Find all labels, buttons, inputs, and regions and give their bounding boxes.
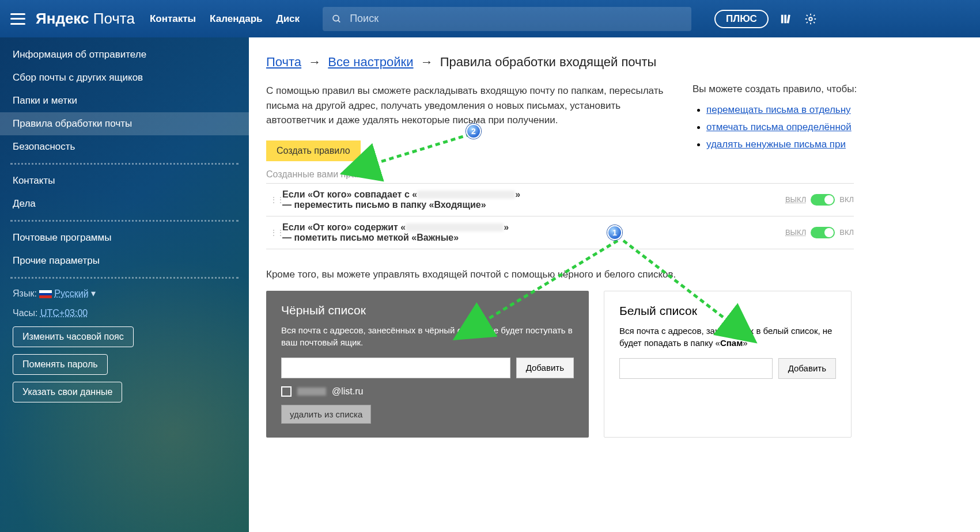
plus-button[interactable]: ПЛЮС bbox=[714, 10, 769, 28]
whitelist-desc: Вся почта с адресов, занесённых в белый … bbox=[619, 325, 836, 349]
sidebar-item-rules[interactable]: Правила обработки почты bbox=[0, 112, 249, 135]
logo[interactable]: Яндекс Почта bbox=[36, 10, 135, 28]
svg-point-5 bbox=[809, 17, 812, 21]
drag-handle-icon[interactable]: ⋮⋮ bbox=[270, 195, 283, 204]
flag-ru-icon bbox=[39, 290, 52, 298]
blacklist-add-button[interactable]: Добавить bbox=[516, 358, 574, 378]
top-nav: Контакты Календарь Диск bbox=[150, 13, 300, 25]
whitelist-input[interactable] bbox=[619, 358, 773, 379]
hamburger-menu-icon[interactable] bbox=[10, 13, 25, 25]
rules-intro-text: С помощью правил вы сможете раскладывать… bbox=[266, 83, 669, 128]
search-box[interactable] bbox=[323, 7, 691, 31]
settings-sidebar: Информация об отправителе Сбор почты с д… bbox=[0, 37, 249, 532]
change-timezone-button[interactable]: Изменить часовой пояс bbox=[13, 326, 134, 347]
blacklist-input[interactable] bbox=[281, 358, 510, 378]
sidebar-separator bbox=[10, 163, 239, 165]
search-input[interactable] bbox=[350, 13, 682, 25]
checkbox-icon[interactable] bbox=[281, 386, 292, 397]
drag-handle-icon[interactable]: ⋮⋮ bbox=[270, 228, 283, 237]
edit-profile-button[interactable]: Указать свои данные bbox=[13, 382, 122, 402]
blacklist-entry[interactable]: @list.ru bbox=[281, 386, 574, 397]
breadcrumb-settings[interactable]: Все настройки bbox=[328, 55, 413, 69]
rule-row[interactable]: ⋮⋮ Если «От кого» содержит «» — пометить… bbox=[266, 216, 854, 249]
svg-rect-4 bbox=[786, 14, 790, 23]
svg-point-0 bbox=[333, 15, 339, 21]
toggle-switch-icon[interactable] bbox=[811, 227, 835, 238]
annotation-badge-2: 2 bbox=[466, 124, 481, 139]
sidebar-item-sender-info[interactable]: Информация об отправителе bbox=[0, 43, 249, 66]
whitelist-add-button[interactable]: Добавить bbox=[778, 358, 836, 379]
whitelist-box: Белый список Вся почта с адресов, занесё… bbox=[604, 291, 852, 438]
lists-intro-text: Кроме того, вы можете управлять входящей… bbox=[266, 269, 980, 280]
breadcrumb-current: Правила обработки входящей почты bbox=[440, 55, 657, 69]
annotation-badge-1: 1 bbox=[607, 225, 622, 240]
sidebar-item-mail-clients[interactable]: Почтовые программы bbox=[0, 226, 249, 249]
change-password-button[interactable]: Поменять пароль bbox=[13, 354, 108, 375]
blurred-address bbox=[406, 223, 504, 231]
rule-toggle[interactable]: ВЫКЛ ВКЛ bbox=[785, 194, 854, 206]
rule-toggle[interactable]: ВЫКЛ ВКЛ bbox=[785, 227, 854, 238]
rules-list-label: Созданные вами правила bbox=[266, 169, 854, 180]
header: Яндекс Почта Контакты Календарь Диск ПЛЮ… bbox=[0, 0, 980, 37]
blurred-text bbox=[297, 387, 326, 396]
rule-row[interactable]: ⋮⋮ Если «От кого» совпадает с «» — перем… bbox=[266, 183, 854, 216]
collections-icon[interactable] bbox=[780, 13, 793, 25]
suggestion-links: перемещать письма в отдельну отмечать пи… bbox=[693, 104, 980, 150]
settings-gear-icon[interactable] bbox=[804, 13, 817, 25]
sidebar-item-security[interactable]: Безопасность bbox=[0, 135, 249, 158]
suggestion-link-move[interactable]: перемещать письма в отдельну bbox=[706, 104, 851, 115]
suggestion-link-delete[interactable]: удалять ненужные письма при bbox=[706, 139, 846, 150]
whitelist-title: Белый список bbox=[619, 304, 836, 318]
create-rule-button[interactable]: Создать правило bbox=[266, 140, 361, 161]
main-content: Почта → Все настройки → Правила обработк… bbox=[249, 37, 980, 532]
blacklist-title: Чёрный список bbox=[281, 303, 574, 317]
nav-contacts[interactable]: Контакты bbox=[150, 13, 196, 25]
blurred-address bbox=[417, 191, 515, 199]
sidebar-separator bbox=[10, 220, 239, 222]
sidebar-item-todo[interactable]: Дела bbox=[0, 192, 249, 215]
nav-disk[interactable]: Диск bbox=[277, 13, 300, 25]
sidebar-item-folders[interactable]: Папки и метки bbox=[0, 89, 249, 112]
blacklist-desc: Вся почта с адресов, занесённых в чёрный… bbox=[281, 324, 574, 348]
sidebar-item-contacts[interactable]: Контакты bbox=[0, 169, 249, 192]
svg-rect-3 bbox=[784, 14, 786, 23]
breadcrumb: Почта → Все настройки → Правила обработк… bbox=[266, 55, 980, 70]
timezone-row[interactable]: Часы: UTC+03:00 bbox=[0, 303, 249, 323]
search-icon bbox=[332, 14, 342, 24]
blacklist-box: Чёрный список Вся почта с адресов, занес… bbox=[266, 291, 589, 438]
sidebar-item-collect-mail[interactable]: Сбор почты с других ящиков bbox=[0, 66, 249, 89]
breadcrumb-mail[interactable]: Почта bbox=[266, 55, 301, 69]
blacklist-remove-button[interactable]: удалить из списка bbox=[281, 405, 371, 424]
suggestions-intro: Вы можете создать правило, чтобы: bbox=[693, 83, 980, 95]
sidebar-item-other[interactable]: Прочие параметры bbox=[0, 249, 249, 272]
svg-line-1 bbox=[338, 20, 340, 22]
language-row[interactable]: Язык: Русский ▾ bbox=[0, 283, 249, 303]
nav-calendar[interactable]: Календарь bbox=[210, 13, 262, 25]
suggestion-link-mark[interactable]: отмечать письма определённой bbox=[706, 121, 852, 132]
svg-rect-2 bbox=[781, 14, 784, 23]
toggle-switch-icon[interactable] bbox=[811, 194, 835, 206]
sidebar-separator bbox=[10, 277, 239, 279]
